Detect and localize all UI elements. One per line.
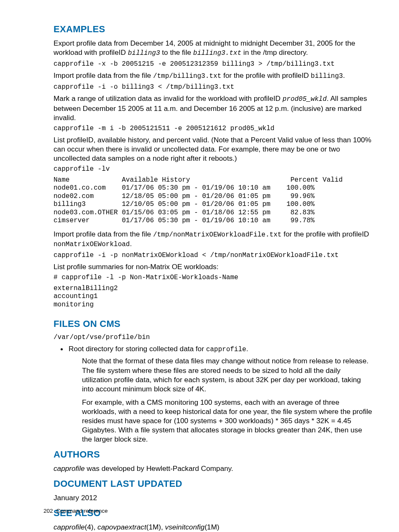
examples-para-5: Import profile data from the file /tmp/n… [54, 229, 372, 249]
examples-para-2: Import profile data from the file /tmp/b… [54, 71, 372, 80]
text: Import profile data from the file [54, 71, 153, 80]
section-updated-heading: DOCUMENT LAST UPDATED [54, 478, 372, 490]
ref-2: capovpaextract [97, 523, 146, 531]
inline-code: billing3 [128, 49, 160, 57]
text: Root directory for storing collected dat… [69, 344, 206, 353]
text: for the profile with profileID [281, 230, 369, 238]
files-path: /var/opt/vse/profile/bin [54, 334, 372, 342]
text: . [246, 344, 248, 353]
text: (4), [85, 523, 98, 531]
inline-code: capprofile [206, 346, 246, 353]
output-table: Name Available History Percent Valid nod… [54, 176, 372, 225]
text: to the file [160, 48, 193, 57]
page-footer: 202Command reference [43, 507, 108, 514]
updated-text: January 2012 [54, 493, 372, 502]
list-item: Root directory for storing collected dat… [68, 344, 372, 444]
command-6: # capprofile -l -p Non-MatrixOE-Workload… [54, 274, 372, 282]
section-authors-heading: AUTHORS [54, 449, 372, 460]
files-list: Root directory for storing collected dat… [54, 344, 372, 444]
text: for the profile with profileID [221, 71, 311, 80]
examples-para-4: List profileID, available history, and p… [54, 135, 372, 163]
authors-text: capprofile was developed by Hewlett-Pack… [54, 464, 372, 473]
ref-1: capprofile [54, 523, 85, 531]
examples-para-6: List profile summaries for non-Matrix OE… [54, 262, 372, 271]
inline-code: /tmp/nonMatrixOEWorkloadFile.txt [153, 231, 281, 239]
inline-code: billing3.txt [193, 49, 241, 57]
program-name: capprofile [54, 464, 85, 473]
section-files-heading: FILES ON CMS [54, 318, 372, 330]
examples-para-1: Export profile data from December 14, 20… [54, 39, 372, 57]
text: (1M) [205, 523, 219, 531]
inline-code: billing3 [311, 72, 343, 80]
section-examples-heading: EXAMPLES [54, 23, 372, 35]
inline-code: /tmp/billing3.txt [153, 72, 221, 80]
seealso-text: capprofile(4), capovpaextract(1M), vsein… [54, 522, 372, 532]
command-4: capprofile -lv [54, 165, 372, 174]
command-5: capprofile -i -p nonMatrixOEWorkload < /… [54, 252, 372, 260]
text: Import profile data from the file [54, 230, 153, 238]
command-1: capprofile -x -b 20051215 -e 20051231235… [54, 60, 372, 69]
text: . [343, 71, 345, 80]
ref-3: vseinitconfig [165, 523, 205, 531]
text: (1M), [146, 523, 165, 531]
footer-label: Command reference [56, 508, 108, 514]
files-note-1: Note that the format of these data files… [82, 356, 372, 393]
output-6: externalBilling2 accounting1 monitoring [54, 285, 372, 309]
text: was developed by Hewlett-Packard Company… [85, 464, 233, 473]
text: . [130, 239, 132, 248]
page-number: 202 [43, 508, 53, 514]
text: Mark a range of utilization data as inva… [54, 94, 282, 103]
text: in the /tmp directory. [241, 48, 308, 57]
inline-code: nonMatrixOEWorkload [54, 241, 130, 248]
examples-para-3: Mark a range of utilization data as inva… [54, 94, 372, 122]
command-2: capprofile -i -o billing3 < /tmp/billing… [54, 83, 372, 92]
command-3: capprofile -m i -b 2005121511 -e 2005121… [54, 125, 372, 133]
inline-code: prod05_wkld [282, 95, 327, 103]
files-note-2: For example, with a CMS monitoring 100 s… [82, 398, 372, 444]
